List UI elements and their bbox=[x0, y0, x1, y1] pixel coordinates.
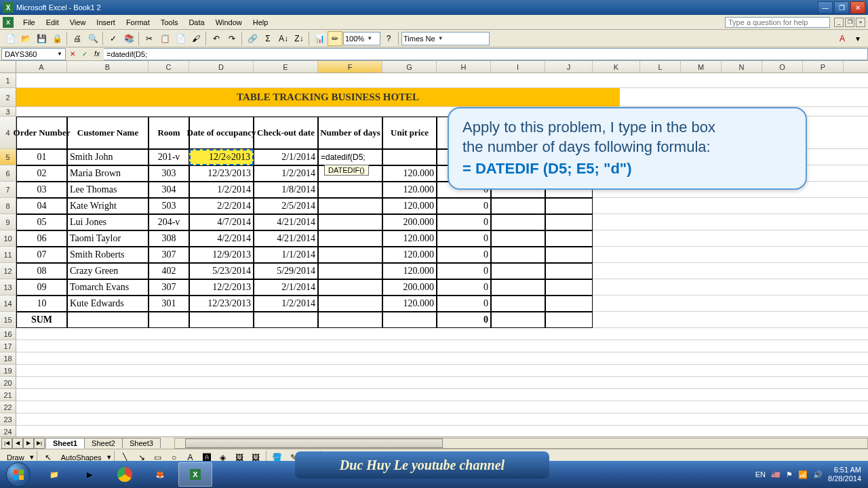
row-header[interactable]: 17 bbox=[0, 340, 16, 352]
cell-days[interactable] bbox=[318, 198, 382, 214]
cell-notes[interactable] bbox=[545, 247, 593, 263]
new-icon[interactable]: 📄 bbox=[3, 31, 18, 46]
font-dropdown[interactable]: Times Ne▼ bbox=[401, 32, 490, 45]
cell-occupancy[interactable]: 4/2/2014 bbox=[189, 230, 254, 247]
cell-customer[interactable]: Lui Jones bbox=[67, 214, 149, 230]
cell-notes[interactable] bbox=[545, 214, 593, 230]
cell-total[interactable]: 0 bbox=[437, 230, 491, 247]
cell-signature[interactable] bbox=[491, 230, 545, 247]
start-button[interactable] bbox=[0, 461, 37, 488]
menu-data[interactable]: Data bbox=[183, 17, 210, 28]
row-header[interactable]: 21 bbox=[0, 389, 16, 401]
cell-signature[interactable] bbox=[491, 279, 545, 296]
cell-unit-price[interactable]: 120.000 bbox=[382, 182, 437, 198]
cell-order[interactable]: 09 bbox=[16, 279, 67, 296]
row-header[interactable]: 6 bbox=[0, 165, 16, 182]
col-header-O[interactable]: O bbox=[762, 61, 803, 73]
save-icon[interactable]: 💾 bbox=[34, 31, 49, 46]
redo-icon[interactable]: ↷ bbox=[224, 31, 239, 46]
cell-order[interactable]: 05 bbox=[16, 214, 67, 230]
cell-unit-price[interactable]: 200.000 bbox=[382, 279, 437, 296]
cell-occupancy[interactable]: 12/23/2013 bbox=[189, 296, 254, 312]
fx-icon[interactable]: fx bbox=[92, 49, 102, 60]
cell-signature[interactable] bbox=[491, 214, 545, 230]
cancel-formula-icon[interactable]: ✕ bbox=[67, 49, 78, 60]
tab-sheet3[interactable]: Sheet3 bbox=[122, 438, 161, 448]
col-header-A[interactable]: A bbox=[16, 61, 67, 73]
cell-room[interactable]: 402 bbox=[149, 263, 189, 279]
cell-days[interactable] bbox=[318, 247, 382, 263]
taskbar-explorer-icon[interactable]: 📁 bbox=[37, 462, 71, 487]
permission-icon[interactable]: 🔒 bbox=[50, 31, 64, 46]
cell-occupancy[interactable]: 12/2/2013 bbox=[189, 279, 254, 296]
cell-notes[interactable] bbox=[545, 263, 593, 279]
cell-customer[interactable]: Taomi Taylor bbox=[67, 230, 149, 247]
row-header[interactable]: 1 bbox=[0, 73, 16, 88]
tab-sheet2[interactable]: Sheet2 bbox=[84, 438, 123, 448]
cell-room[interactable]: 503 bbox=[149, 198, 189, 214]
cell-notes[interactable] bbox=[545, 230, 593, 247]
cut-icon[interactable]: ✂ bbox=[142, 31, 157, 46]
sum-label[interactable]: SUM bbox=[16, 312, 67, 328]
close-button[interactable]: ✕ bbox=[850, 1, 865, 14]
cell-checkout[interactable]: 1/2/2014 bbox=[254, 296, 318, 312]
cell-room[interactable]: 304 bbox=[149, 182, 189, 198]
row-header[interactable]: 22 bbox=[0, 401, 16, 413]
cell-occupancy[interactable]: 1/2/2014 bbox=[189, 182, 254, 198]
cell-customer[interactable]: Lee Thomas bbox=[67, 182, 149, 198]
col-header-D[interactable]: D bbox=[189, 61, 254, 73]
header-customer[interactable]: Customer Name bbox=[67, 117, 149, 149]
cell-signature[interactable] bbox=[491, 198, 545, 214]
cell-signature[interactable] bbox=[491, 263, 545, 279]
help-search-input[interactable] bbox=[725, 17, 830, 28]
zoom-dropdown[interactable]: 100%▼ bbox=[343, 32, 380, 45]
cell-total[interactable]: 0 bbox=[437, 279, 491, 296]
cell-total[interactable]: 0 bbox=[437, 214, 491, 230]
col-header-C[interactable]: C bbox=[149, 61, 189, 73]
row-header[interactable]: 23 bbox=[0, 413, 16, 426]
cell-customer[interactable]: Kute Edwards bbox=[67, 296, 149, 312]
col-header-J[interactable]: J bbox=[545, 61, 593, 73]
chart-icon[interactable]: 📊 bbox=[312, 31, 327, 46]
menu-edit[interactable]: Edit bbox=[41, 17, 64, 28]
cell-signature[interactable] bbox=[491, 247, 545, 263]
row-header[interactable]: 12 bbox=[0, 263, 16, 279]
preview-icon[interactable]: 🔍 bbox=[85, 31, 100, 46]
cell-customer[interactable]: Maria Brown bbox=[67, 165, 149, 182]
cell-room[interactable]: 308 bbox=[149, 230, 189, 247]
cell-order[interactable]: 01 bbox=[16, 149, 67, 165]
cell-order[interactable]: 02 bbox=[16, 165, 67, 182]
menu-view[interactable]: View bbox=[64, 17, 92, 28]
header-checkout[interactable]: Check-out date bbox=[254, 117, 318, 149]
chevron-down-icon[interactable]: ▼ bbox=[57, 51, 62, 57]
row-header[interactable]: 7 bbox=[0, 182, 16, 198]
cell-checkout[interactable]: 2/1/2014 bbox=[254, 279, 318, 296]
cell-unit-price[interactable] bbox=[382, 149, 437, 165]
fill-color-icon[interactable]: ▾ bbox=[850, 31, 865, 46]
tray-flag-icon[interactable]: 🇺🇸 bbox=[771, 470, 781, 479]
cell-notes[interactable] bbox=[545, 279, 593, 296]
row-header[interactable]: 5 bbox=[0, 149, 16, 165]
taskbar-chrome-icon[interactable] bbox=[108, 462, 142, 487]
cell-checkout[interactable]: 1/8/2014 bbox=[254, 182, 318, 198]
col-header-L[interactable]: L bbox=[640, 61, 681, 73]
cell-room[interactable]: 307 bbox=[149, 247, 189, 263]
horizontal-scrollbar[interactable] bbox=[174, 438, 868, 449]
drawing-icon[interactable]: ✏ bbox=[328, 31, 342, 46]
cell-room[interactable]: 307 bbox=[149, 279, 189, 296]
tray-network-icon[interactable]: 📶 bbox=[798, 470, 808, 479]
cell-unit-price[interactable]: 120.000 bbox=[382, 296, 437, 312]
cell-checkout[interactable]: 2/1/2014 bbox=[254, 149, 318, 165]
cell-room[interactable]: 201-v bbox=[149, 149, 189, 165]
row-header[interactable]: 19 bbox=[0, 365, 16, 377]
row-header[interactable]: 16 bbox=[0, 328, 16, 340]
print-icon[interactable]: 🖨 bbox=[70, 31, 85, 46]
cell-occupancy[interactable]: 4/7/2014 bbox=[189, 214, 254, 230]
col-header-H[interactable]: H bbox=[437, 61, 491, 73]
row-header[interactable]: 14 bbox=[0, 296, 16, 312]
sum-total[interactable]: 0 bbox=[437, 312, 491, 328]
scrollbar-thumb[interactable] bbox=[185, 439, 443, 448]
cell-customer[interactable]: Tomarch Evans bbox=[67, 279, 149, 296]
cell-customer[interactable]: Kate Wright bbox=[67, 198, 149, 214]
cell-days[interactable] bbox=[318, 263, 382, 279]
